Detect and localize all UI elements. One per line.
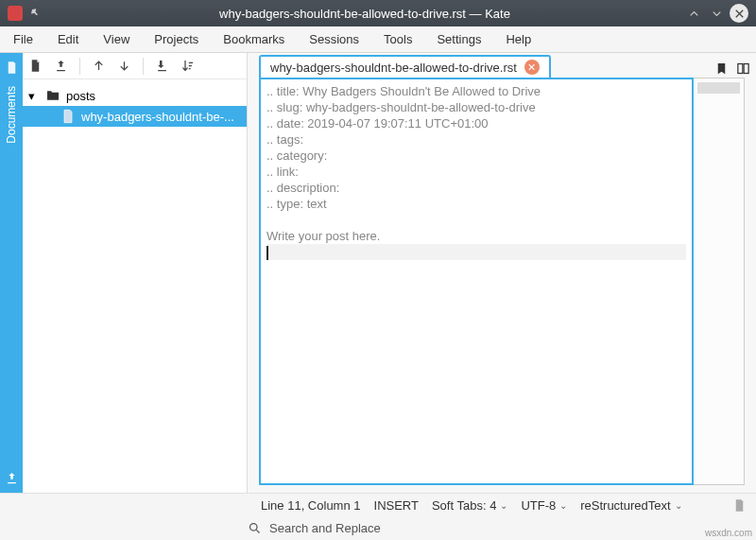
syntax-mode[interactable]: reStructuredText⌄ xyxy=(580,498,681,513)
tree-folder-posts[interactable]: ▾ posts xyxy=(23,85,247,106)
document-status-icon[interactable] xyxy=(732,498,747,513)
tree-file-label: why-badgers-shouldnt-be-... xyxy=(81,110,234,124)
close-tab-button[interactable]: ✕ xyxy=(524,60,540,75)
sort-icon[interactable] xyxy=(180,59,195,73)
documents-side-label: Documents xyxy=(5,86,18,144)
svg-rect-1 xyxy=(744,64,748,74)
editor-line: .. slug: why-badgers-shouldnt-be-allowed… xyxy=(266,99,686,115)
menu-help[interactable]: Help xyxy=(502,28,535,50)
editor-line: .. date: 2019-04-07 19:07:11 UTC+01:00 xyxy=(266,115,686,131)
split-view-icon[interactable] xyxy=(736,61,750,76)
separator xyxy=(79,58,80,75)
edit-mode[interactable]: INSERT xyxy=(374,498,419,513)
status-bar: Line 11, Column 1 INSERT Soft Tabs: 4⌄ U… xyxy=(0,493,756,516)
upload-icon[interactable] xyxy=(5,471,19,485)
editor-tab[interactable]: why-badgers-shouldnt-be-allowed-to-drive… xyxy=(259,55,551,78)
editor-line: .. title: Why Badgers Shouldn't Be Allow… xyxy=(266,83,686,99)
menu-bar: File Edit View Projects Bookmarks Sessio… xyxy=(0,26,756,53)
file-icon xyxy=(60,109,76,124)
tab-mode[interactable]: Soft Tabs: 4⌄ xyxy=(432,498,507,513)
editor-line: .. category: xyxy=(266,148,686,164)
minimap[interactable] xyxy=(694,78,745,485)
save-icon[interactable] xyxy=(54,59,68,73)
menu-settings[interactable]: Settings xyxy=(433,28,485,50)
documents-panel: ▾ posts why-badgers-shouldnt-be-... xyxy=(23,53,248,493)
work-area: Documents ▾ posts why-badgers-shouldnt-b… xyxy=(0,53,756,493)
maximize-button[interactable] xyxy=(707,4,726,23)
pin-icon[interactable] xyxy=(28,7,42,20)
watermark: wsxdn.com xyxy=(705,528,752,538)
chevron-down-icon: ▾ xyxy=(28,89,40,103)
minimize-button[interactable] xyxy=(684,4,703,23)
editor-zone: why-badgers-shouldnt-be-allowed-to-drive… xyxy=(248,53,756,493)
svg-rect-0 xyxy=(738,64,743,74)
tab-bar: why-badgers-shouldnt-be-allowed-to-drive… xyxy=(248,53,756,78)
menu-sessions[interactable]: Sessions xyxy=(305,28,363,50)
bookmark-icon[interactable] xyxy=(714,61,729,76)
menu-file[interactable]: File xyxy=(9,28,37,50)
editor-line: Write your post here. xyxy=(266,228,686,244)
menu-bookmarks[interactable]: Bookmarks xyxy=(219,28,288,50)
editor-line: .. tags: xyxy=(266,131,686,148)
editor-line xyxy=(266,212,686,228)
search-bar[interactable]: Search and Replace xyxy=(0,516,756,540)
search-label: Search and Replace xyxy=(269,521,381,535)
menu-tools[interactable]: Tools xyxy=(380,28,416,50)
menu-projects[interactable]: Projects xyxy=(150,28,202,50)
cursor-position[interactable]: Line 11, Column 1 xyxy=(261,498,361,513)
separator xyxy=(143,58,144,75)
text-editor[interactable]: .. title: Why Badgers Shouldn't Be Allow… xyxy=(259,78,694,485)
window-titlebar: why-badgers-shouldnt-be-allowed-to-drive… xyxy=(0,0,756,26)
text-cursor xyxy=(266,246,268,260)
editor-current-line xyxy=(266,244,686,260)
menu-edit[interactable]: Edit xyxy=(54,28,82,50)
arrow-down-icon[interactable] xyxy=(117,59,131,73)
tree-file-item[interactable]: why-badgers-shouldnt-be-... xyxy=(23,106,247,127)
close-button[interactable] xyxy=(730,4,748,23)
svg-point-2 xyxy=(250,524,258,531)
search-icon xyxy=(248,521,262,535)
tree-folder-label: posts xyxy=(66,89,95,103)
arrow-up-icon[interactable] xyxy=(92,59,106,73)
download-icon[interactable] xyxy=(155,59,169,73)
folder-icon xyxy=(45,88,60,103)
editor-line: .. link: xyxy=(266,164,686,180)
app-icon xyxy=(8,6,23,21)
menu-view[interactable]: View xyxy=(99,28,133,50)
editor-line: .. description: xyxy=(266,180,686,196)
encoding[interactable]: UTF-8⌄ xyxy=(521,498,567,513)
document-icon xyxy=(5,61,19,75)
documents-side-tab[interactable]: Documents xyxy=(0,53,23,493)
documents-toolbar xyxy=(23,53,247,79)
editor-line: .. type: text xyxy=(266,196,686,212)
tab-label: why-badgers-shouldnt-be-allowed-to-drive… xyxy=(270,61,517,75)
file-tree: ▾ posts why-badgers-shouldnt-be-... xyxy=(23,79,247,493)
editor-wrap: .. title: Why Badgers Shouldn't Be Allow… xyxy=(259,78,745,485)
window-title: why-badgers-shouldnt-be-allowed-to-drive… xyxy=(49,7,680,21)
new-document-icon[interactable] xyxy=(28,59,43,73)
